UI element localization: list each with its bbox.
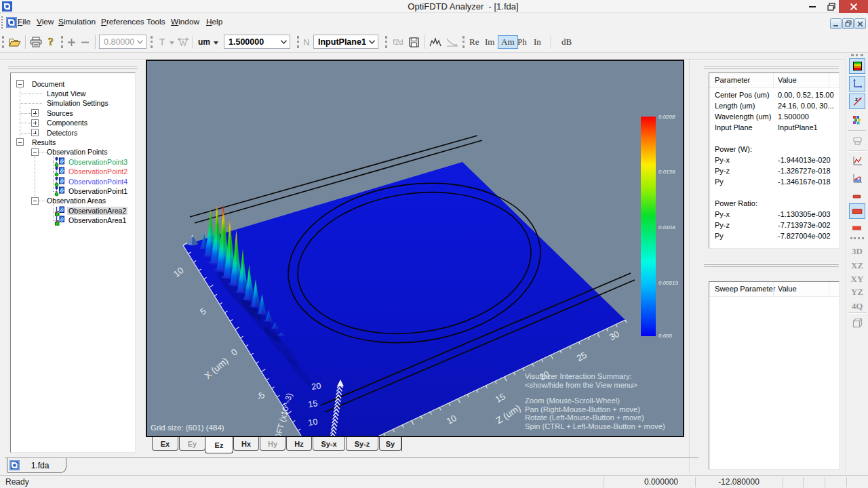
tree-item-layout-view[interactable]: Layout View: [45, 89, 87, 98]
toolbar-gripper[interactable]: [2, 36, 4, 48]
view-mode-4q-button[interactable]: 4Q: [846, 301, 868, 312]
toolbar-gripper[interactable]: [61, 36, 63, 48]
cube-view-button[interactable]: [849, 315, 865, 331]
dropdown-arrow-icon[interactable]: [134, 35, 146, 48]
field-tab-hz[interactable]: Hz: [286, 437, 312, 451]
menu-file[interactable]: File: [18, 17, 31, 26]
text-tool-dropdown[interactable]: [168, 39, 175, 46]
expand-toggle-detectors[interactable]: [31, 129, 39, 136]
collapse-toggle-observation-areas[interactable]: [31, 197, 39, 205]
dropdown-arrow-icon[interactable]: [366, 35, 378, 48]
zoom-out-button[interactable]: [79, 35, 90, 49]
expand-toggle-components[interactable]: [31, 119, 39, 127]
right-dock-gripper[interactable]: [704, 65, 839, 70]
area-graph-button[interactable]: [849, 171, 865, 186]
view-toolbar-gripper[interactable]: [851, 54, 863, 56]
field-tab-sy-z[interactable]: Sy-z: [346, 437, 378, 451]
toolbar-gripper[interactable]: [151, 36, 153, 48]
tree-item-observationpoint2[interactable]: ObservationPoint2: [67, 167, 129, 176]
mdi-close-button[interactable]: [854, 18, 866, 29]
numeric-combobox[interactable]: 0.80000: [99, 35, 146, 49]
red-bar-small-button[interactable]: [849, 188, 865, 204]
document-tab[interactable]: 1.fda: [7, 458, 66, 473]
visualizer-3d-view[interactable]: 1050-5X (um)1015202530Z (um)101520DFT (x…: [146, 60, 684, 437]
field-tab-sy-x[interactable]: Sy-x: [313, 437, 345, 451]
tree-item-components[interactable]: Components: [45, 118, 89, 127]
decay-plot-button[interactable]: [445, 35, 460, 49]
z-plane-button[interactable]: z: [849, 94, 865, 109]
collapse-toggle-document[interactable]: [16, 80, 24, 87]
view-mode-xz-button[interactable]: XZ: [846, 260, 868, 271]
export-button[interactable]: [849, 133, 865, 148]
input-plane-combobox[interactable]: InputPlane1: [313, 35, 378, 49]
view-mode-yz-button[interactable]: YZ: [846, 287, 868, 298]
expand-toggle-sources[interactable]: [31, 109, 39, 117]
db-toggle-button[interactable]: dB: [559, 35, 574, 49]
right-dock-gripper2[interactable]: [704, 264, 839, 268]
help-button[interactable]: ?: [45, 35, 57, 49]
width-tool-button[interactable]: W: [176, 35, 190, 49]
field-tab-ex[interactable]: Ex: [152, 437, 178, 451]
palette-button[interactable]: [849, 112, 865, 127]
tree-item-simulation-settings[interactable]: Simulation Settings: [45, 98, 110, 108]
close-button[interactable]: [839, 0, 868, 13]
colormap-button[interactable]: [849, 58, 865, 74]
print-button[interactable]: [29, 35, 43, 49]
restore-button[interactable]: [824, 0, 839, 13]
menu-help[interactable]: Help: [206, 17, 222, 26]
field-tab-sy[interactable]: Sy: [379, 437, 401, 451]
menu-simulation[interactable]: Simulation: [58, 17, 96, 26]
dropdown-arrow-icon[interactable]: [278, 35, 290, 48]
view-mode-3d-button[interactable]: 3D: [846, 246, 868, 257]
toggle-in-button[interactable]: In: [531, 35, 544, 49]
mdi-minimize-button[interactable]: [830, 18, 842, 29]
save-button[interactable]: [407, 35, 420, 49]
units-dropdown[interactable]: [212, 39, 219, 46]
toolbar-gripper[interactable]: [297, 36, 299, 48]
left-dock-gripper[interactable]: [8, 65, 138, 70]
tree-item-observationarea2[interactable]: ObservationArea2: [67, 206, 127, 216]
f2d-button[interactable]: f2d: [391, 35, 406, 49]
units-button[interactable]: um: [197, 35, 212, 49]
open-button[interactable]: [8, 35, 22, 49]
red-bar-medium-button[interactable]: [849, 203, 865, 219]
toggle-re-button[interactable]: Re: [467, 35, 481, 49]
field-tab-hx[interactable]: Hx: [233, 437, 259, 451]
axes-button[interactable]: [849, 76, 865, 92]
menu-window[interactable]: Window: [171, 17, 199, 26]
tree-item-detectors[interactable]: Detectors: [45, 128, 79, 138]
wavelength-combobox[interactable]: 1.500000: [224, 35, 290, 49]
menu-preferences[interactable]: Preferences: [101, 17, 144, 26]
toolbar-gripper[interactable]: [462, 36, 465, 48]
minimize-button[interactable]: [801, 0, 824, 13]
normalize-button[interactable]: N: [302, 35, 311, 49]
toggle-im-button[interactable]: Im: [482, 35, 497, 49]
tree-item-observationpoint4[interactable]: ObservationPoint4: [67, 177, 129, 186]
text-tool-button[interactable]: T: [157, 35, 167, 49]
tree-item-observationpoint3[interactable]: ObservationPoint3: [67, 157, 129, 167]
tree-item-observation-areas[interactable]: Observation Areas: [45, 196, 107, 205]
line-graph-button[interactable]: [849, 153, 865, 169]
tree-item-document[interactable]: Document: [31, 79, 66, 89]
field-tab-hy[interactable]: Hy: [260, 437, 285, 451]
field-tab-ez[interactable]: Ez: [205, 437, 233, 453]
red-bar-large-button[interactable]: [849, 220, 865, 236]
collapse-toggle-results[interactable]: [16, 138, 24, 146]
toolbar-gripper[interactable]: [385, 36, 387, 48]
menu-tools[interactable]: Tools: [146, 17, 165, 26]
tree-item-results[interactable]: Results: [31, 138, 57, 147]
menubar-gripper[interactable]: [1, 16, 3, 28]
field-tab-ey[interactable]: Ey: [179, 437, 205, 451]
dock-splitter[interactable]: [689, 60, 690, 474]
zoom-in-button[interactable]: [66, 35, 77, 49]
peaks-plot-button[interactable]: [428, 35, 443, 49]
toggle-ph-button[interactable]: Ph: [515, 35, 530, 49]
tree-item-observation-points[interactable]: Observation Points: [45, 147, 109, 157]
tree-item-observationpoint1[interactable]: ObservationPoint1: [67, 186, 129, 196]
mdi-restore-button[interactable]: [842, 18, 854, 29]
tree-item-observationarea1[interactable]: ObservationArea1: [67, 216, 127, 225]
view-mode-xy-button[interactable]: XY: [846, 274, 868, 285]
menu-view[interactable]: View: [37, 17, 54, 26]
tree-item-sources[interactable]: Sources: [45, 108, 75, 118]
collapse-toggle-observation-points[interactable]: [31, 148, 39, 156]
